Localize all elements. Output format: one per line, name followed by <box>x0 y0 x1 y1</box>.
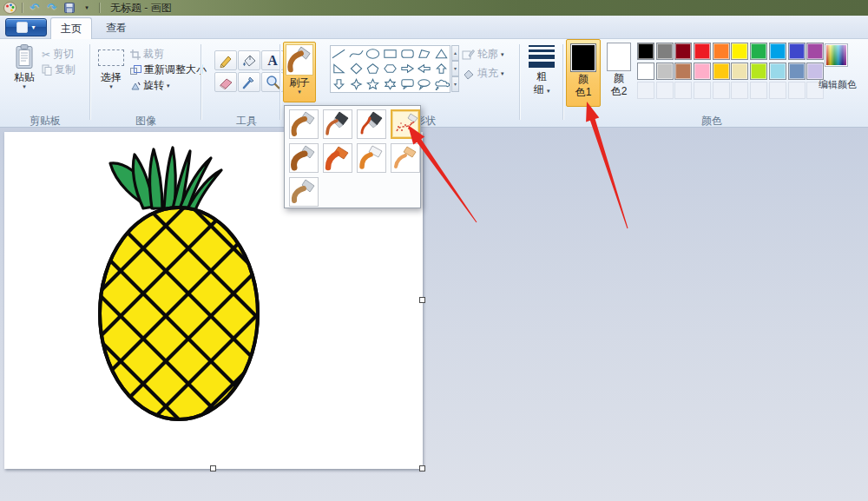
shape-star-6-icon[interactable] <box>382 76 399 92</box>
rotate-button[interactable]: 旋转 ▾ <box>130 78 170 93</box>
brushes-button[interactable]: 刷子 ▾ <box>283 42 316 102</box>
resize-label: 重新调整大小 <box>144 63 207 77</box>
palette-swatch-22b14c[interactable] <box>750 43 767 60</box>
palette-empty-slot[interactable] <box>769 82 786 99</box>
palette-empty-slot[interactable] <box>674 82 692 99</box>
palette-empty-slot[interactable] <box>731 82 748 99</box>
color1-button[interactable]: 颜 色1 <box>566 39 601 107</box>
crop-button[interactable]: 裁剪 <box>130 47 164 62</box>
shape-callout-cloud-icon[interactable] <box>432 76 450 92</box>
palette-empty-slot[interactable] <box>713 82 730 99</box>
cut-button[interactable]: ✂ 剪切 <box>42 47 74 62</box>
chevron-down-icon: ▾ <box>31 23 35 31</box>
tab-view[interactable]: 查看 <box>95 17 137 39</box>
eraser-tool-button[interactable] <box>214 72 237 92</box>
shape-polygon-icon[interactable] <box>416 46 433 62</box>
save-button[interactable] <box>62 2 76 14</box>
brush-option-crayon[interactable] <box>323 143 352 173</box>
palette-swatch-b5e61d[interactable] <box>750 63 767 80</box>
paint-app-icon[interactable] <box>3 2 16 14</box>
palette-empty-slot[interactable] <box>750 82 767 99</box>
canvas-resize-handle-bottom[interactable] <box>210 465 216 471</box>
magnifier-icon <box>265 75 280 89</box>
redo-button[interactable]: ↷ <box>45 2 59 14</box>
shapes-scroll-down-button[interactable]: ▾ <box>451 61 459 76</box>
copy-button[interactable]: 复制 <box>42 63 76 77</box>
canvas-resize-handle-right[interactable] <box>419 297 425 303</box>
brush-option-brush[interactable] <box>289 109 319 139</box>
shape-arrow-down-icon[interactable] <box>331 76 348 92</box>
paste-button[interactable]: 粘贴 ▾ <box>7 44 42 89</box>
shape-pentagon-icon[interactable] <box>365 62 382 77</box>
resize-button[interactable]: 重新调整大小 <box>130 63 207 77</box>
palette-empty-slot[interactable] <box>656 82 674 99</box>
edit-colors-button[interactable] <box>825 43 848 67</box>
shape-hexagon-icon[interactable] <box>382 62 399 77</box>
brush-option-calligraphy-brush-1[interactable] <box>323 109 352 139</box>
shape-star-5-icon[interactable] <box>365 76 382 92</box>
canvas-resize-handle-corner[interactable] <box>419 465 425 471</box>
palette-swatch-ff7f27[interactable] <box>713 43 730 60</box>
palette-swatch-c3c3c3[interactable] <box>656 63 674 80</box>
shape-callout-oval-icon[interactable] <box>416 76 433 92</box>
palette-swatch-99d9ea[interactable] <box>769 63 786 80</box>
shape-curve-icon[interactable] <box>348 46 365 62</box>
size-button[interactable]: 粗 细 ▾ <box>523 42 561 102</box>
palette-swatch-ffffff[interactable] <box>637 63 654 80</box>
brush-option-calligraphy-brush-2[interactable] <box>357 109 386 139</box>
palette-swatch-ed1c24[interactable] <box>694 43 711 60</box>
outline-icon <box>462 49 475 61</box>
shape-star-4-icon[interactable] <box>348 76 365 92</box>
palette-empty-slot[interactable] <box>694 82 711 99</box>
shape-arrow-left-icon[interactable] <box>416 62 433 77</box>
palette-swatch-3f48cc[interactable] <box>788 43 806 60</box>
palette-swatch-ffaec9[interactable] <box>694 63 711 80</box>
shape-fill-button[interactable]: 填充 ▾ <box>462 66 504 81</box>
outline-label: 轮廓 <box>477 47 498 62</box>
palette-swatch-ffc90e[interactable] <box>713 63 730 80</box>
palette-swatch-00a2e8[interactable] <box>769 43 786 60</box>
palette-swatch-fff200[interactable] <box>731 43 748 60</box>
undo-icon: ↶ <box>30 3 40 12</box>
shape-rectangle-icon[interactable] <box>382 46 399 62</box>
fill-label: 填充 <box>477 66 498 81</box>
shape-rounded-rectangle-icon[interactable] <box>398 46 416 62</box>
shape-diamond-icon[interactable] <box>348 62 365 77</box>
palette-swatch-b97a57[interactable] <box>674 63 692 80</box>
palette-swatch-000000[interactable] <box>637 43 654 60</box>
shapes-scroll-up-button[interactable]: ▴ <box>451 45 459 61</box>
brush-option-airbrush[interactable] <box>391 109 420 139</box>
palette-empty-slot[interactable] <box>788 82 806 99</box>
magnifier-tool-button[interactable] <box>261 72 284 92</box>
shape-line-icon[interactable] <box>331 46 348 62</box>
shape-right-triangle-icon[interactable] <box>331 62 348 77</box>
brush-option-watercolor-brush[interactable] <box>289 177 319 207</box>
text-tool-button[interactable]: A <box>261 50 284 70</box>
tab-home[interactable]: 主页 <box>50 17 92 39</box>
shape-triangle-icon[interactable] <box>432 46 450 62</box>
shape-ellipse-icon[interactable] <box>365 46 382 62</box>
shape-arrow-right-icon[interactable] <box>398 62 416 77</box>
palette-swatch-c8bfe7[interactable] <box>806 63 824 80</box>
qat-customize-button[interactable]: ▾ <box>80 2 94 14</box>
select-button[interactable]: 选择 ▾ <box>93 44 129 89</box>
fill-tool-button[interactable] <box>238 50 260 70</box>
palette-swatch-7f7f7f[interactable] <box>656 43 674 60</box>
palette-swatch-efe4b0[interactable] <box>731 63 748 80</box>
pencil-tool-button[interactable] <box>214 50 237 70</box>
color-picker-tool-button[interactable] <box>238 72 260 92</box>
palette-empty-slot[interactable] <box>637 82 654 99</box>
shapes-more-button[interactable]: ▾ <box>451 76 459 92</box>
palette-swatch-880015[interactable] <box>674 43 692 60</box>
brush-option-natural-pencil[interactable] <box>391 143 420 173</box>
brush-option-marker[interactable] <box>357 143 386 173</box>
shape-arrow-up-icon[interactable] <box>432 62 450 77</box>
palette-swatch-7092be[interactable] <box>788 63 806 80</box>
shape-outline-button[interactable]: 轮廓 ▾ <box>462 47 504 62</box>
palette-swatch-a349a4[interactable] <box>806 43 824 60</box>
brush-option-oil-brush[interactable] <box>289 143 319 173</box>
color2-button[interactable]: 颜 色2 <box>603 39 635 107</box>
paint-menu-button[interactable]: ▾ <box>5 18 47 36</box>
shape-callout-rounded-icon[interactable] <box>398 76 416 92</box>
undo-button[interactable]: ↶ <box>28 2 42 14</box>
